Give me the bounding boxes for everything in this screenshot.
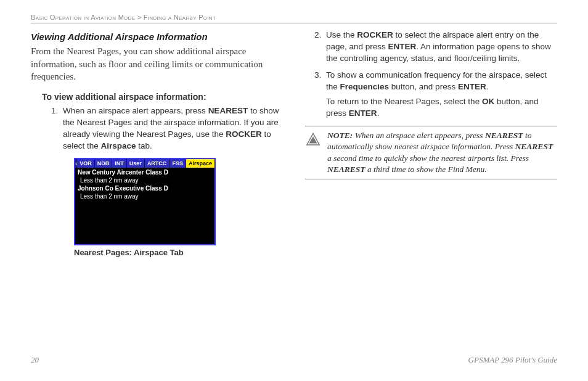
warning-icon xyxy=(305,131,321,147)
btn-frequencies: Frequencies xyxy=(340,82,390,91)
device-tab-fss: FSS xyxy=(169,159,186,168)
device-tab-user: User xyxy=(127,159,145,168)
right-column: Use the ROCKER to select the airspace al… xyxy=(305,30,557,258)
figure-caption: Nearest Pages: Airspace Tab xyxy=(74,247,283,258)
device-tab-int: INT xyxy=(112,159,127,168)
airspace-distance: Less than 2 nm away xyxy=(78,177,212,185)
key-nearest: NEAREST xyxy=(515,142,553,151)
tab-name-airspace: Airspace xyxy=(101,141,136,150)
guide-title: GPSMAP 296 Pilot's Guide xyxy=(468,355,557,365)
airspace-name: New Century Aircenter Class D xyxy=(78,169,212,177)
breadcrumb-sep: > xyxy=(135,14,143,21)
breadcrumb-a: Basic Operation in Aviation Mode xyxy=(31,14,135,21)
note-text: NOTE: When an airspace alert appears, pr… xyxy=(327,130,557,175)
step-3: To show a communication frequency for th… xyxy=(324,70,557,120)
key-enter: ENTER xyxy=(349,109,377,118)
key-nearest: NEAREST xyxy=(208,106,248,115)
note-label: NOTE: xyxy=(327,131,353,140)
device-body: New Century Aircenter Class D Less than … xyxy=(75,168,214,244)
device-tab-artcc: ARTCC xyxy=(145,159,170,168)
airspace-entry: New Century Aircenter Class D Less than … xyxy=(78,169,212,184)
btn-ok: OK xyxy=(482,97,494,106)
section-intro: From the Nearest Pages, you can show add… xyxy=(31,45,283,83)
step-3-sub: To return to the Nearest Pages, select t… xyxy=(326,96,557,120)
steps-right: Use the ROCKER to select the airspace al… xyxy=(305,30,557,120)
airspace-distance: Less than 2 nm away xyxy=(78,193,212,201)
device-tab-vor: VOR xyxy=(77,159,95,168)
key-nearest: NEAREST xyxy=(327,165,365,174)
page-number: 20 xyxy=(31,355,39,365)
device-tab-airspace: Airspace xyxy=(186,159,215,168)
step-2: Use the ROCKER to select the airspace al… xyxy=(324,30,557,65)
key-enter: ENTER xyxy=(458,82,486,91)
steps-left: When an airspace alert appears, press NE… xyxy=(31,105,283,152)
note-block: NOTE: When an airspace alert appears, pr… xyxy=(305,126,557,179)
page-footer: 20 GPSMAP 296 Pilot's Guide xyxy=(31,355,557,365)
airspace-entry: Johnson Co Executive Class D Less than 2… xyxy=(78,185,212,200)
left-column: Viewing Additional Airspace Information … xyxy=(31,30,283,258)
device-tabbar: ‹ VOR NDB INT User ARTCC FSS Airspace xyxy=(75,159,214,168)
breadcrumb: Basic Operation in Aviation Mode > Findi… xyxy=(31,14,557,23)
key-nearest: NEAREST xyxy=(485,131,523,140)
key-rocker: ROCKER xyxy=(226,129,262,139)
breadcrumb-b: Finding a Nearby Point xyxy=(144,14,216,21)
airspace-name: Johnson Co Executive Class D xyxy=(78,185,212,193)
key-enter: ENTER xyxy=(388,42,417,51)
device-tab-ndb: NDB xyxy=(95,159,113,168)
howto-heading: To view additional airspace information: xyxy=(42,91,283,103)
step-1: When an airspace alert appears, press NE… xyxy=(60,105,283,152)
device-screen: ‹ VOR NDB INT User ARTCC FSS Airspace Ne… xyxy=(74,158,216,245)
device-figure: ‹ VOR NDB INT User ARTCC FSS Airspace Ne… xyxy=(74,158,283,245)
key-rocker: ROCKER xyxy=(357,30,393,39)
section-title: Viewing Additional Airspace Information xyxy=(31,31,283,43)
